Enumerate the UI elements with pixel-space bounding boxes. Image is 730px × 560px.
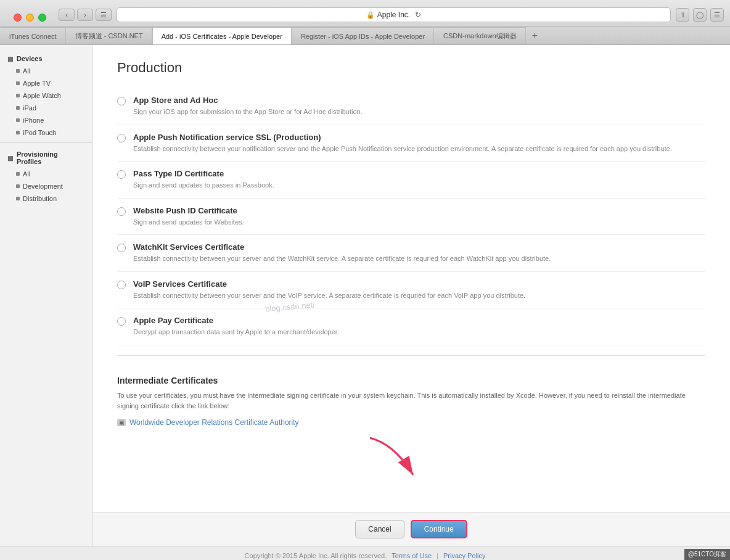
dot-icon	[16, 106, 20, 110]
sidebar-devices-header: ▩ Devices	[0, 51, 92, 65]
cert-label-voip: VoIP Services Certificate	[133, 279, 525, 289]
radio-watchkit[interactable]	[117, 244, 126, 252]
minimize-button[interactable]	[26, 14, 34, 22]
privacy-link[interactable]: Privacy Policy	[443, 552, 485, 559]
browser-toolbar: ‹ › ☰ 🔒 Apple Inc. ↻ ⇧ ◯ ☰	[0, 5, 730, 26]
browser-actions: ⇧ ◯ ☰	[676, 8, 724, 22]
sidebar-item-all-devices[interactable]: All	[0, 65, 92, 77]
maximize-button[interactable]	[38, 14, 46, 22]
sidebar-divider	[0, 142, 92, 143]
cert-label-website-push: Website Push ID Certificate	[133, 206, 244, 215]
cert-desc-voip: Establish connectivity between your serv…	[133, 290, 525, 301]
radio-app-store[interactable]	[117, 97, 126, 105]
share-button[interactable]: ⇧	[676, 8, 689, 22]
cert-desc-apple-pay: Decrypt app transaction data sent by App…	[133, 327, 339, 337]
intermediate-desc: To use your certificates, you must have …	[117, 390, 705, 412]
cert-option-voip: VoIP Services Certificate Establish conn…	[117, 272, 705, 309]
close-button[interactable]	[14, 14, 22, 22]
tabs-bar: iTunes Connect 博客频道 - CSDN.NET Add - iOS…	[0, 27, 730, 45]
tab-itunes[interactable]: iTunes Connect	[0, 27, 66, 44]
copyright-text: Copyright © 2015 Apple Inc. All rights r…	[245, 552, 387, 559]
section-divider	[117, 355, 705, 356]
sidebar-item-iphone[interactable]: iPhone	[0, 114, 92, 126]
sidebar-item-distribution[interactable]: Distribution	[0, 192, 92, 205]
nav-controls: ‹ › ☰	[59, 9, 112, 21]
dot-icon	[16, 69, 20, 73]
cert-label-apple-pay: Apple Pay Certificate	[133, 316, 339, 325]
cert-file-icon: ▣	[117, 419, 126, 426]
radio-apple-pay[interactable]	[117, 317, 126, 326]
sidebar-item-apple-tv[interactable]: Apple TV	[0, 77, 92, 89]
continue-button[interactable]: Continue	[411, 520, 467, 538]
cert-desc-watchkit: Establish connectivity between your serv…	[133, 253, 551, 264]
cert-label-push-ssl: Apple Push Notification service SSL (Pro…	[133, 133, 672, 142]
cert-desc-push-ssl: Establish connectivity between your noti…	[133, 144, 672, 154]
sidebar-toggle-button[interactable]: ☰	[710, 8, 724, 22]
sidebar-item-ipad[interactable]: iPad	[0, 102, 92, 114]
sidebar-item-apple-watch[interactable]: Apple Watch	[0, 89, 92, 102]
cert-option-apple-pay: Apple Pay Certificate Decrypt app transa…	[117, 308, 705, 345]
url-text: Apple Inc.	[377, 10, 410, 19]
sidebar: ▩ Devices All Apple TV Apple Watch iPad …	[0, 45, 92, 546]
cancel-button[interactable]: Cancel	[355, 520, 404, 538]
intermediate-title: Intermediate Certificates	[117, 376, 705, 385]
radio-website-push[interactable]	[117, 207, 126, 216]
browser-chrome: ‹ › ☰ 🔒 Apple Inc. ↻ ⇧ ◯ ☰	[0, 0, 730, 27]
section-title: Production	[117, 60, 705, 76]
content-footer: Cancel Continue	[92, 512, 730, 546]
cert-option-app-store: App Store and Ad Hoc Sign your iOS app f…	[117, 88, 705, 125]
reload-icon[interactable]: ↻	[415, 10, 421, 19]
cert-option-website-push: Website Push ID Certificate Sign and sen…	[117, 199, 705, 236]
page-footer: Copyright © 2015 Apple Inc. All rights r…	[0, 546, 730, 560]
radio-voip[interactable]	[117, 281, 126, 289]
content-scroll: Production App Store and Ad Hoc Sign you…	[92, 45, 730, 512]
add-bookmark-button[interactable]: ◯	[693, 8, 707, 22]
dot-icon	[16, 94, 20, 97]
sidebar-item-development[interactable]: Development	[0, 180, 92, 192]
intermediate-section: Intermediate Certificates To use your ce…	[117, 366, 705, 432]
traffic-lights	[6, 9, 54, 22]
tab-csdn-md[interactable]: CSDN-markdown编辑器	[434, 27, 526, 44]
sidebar-item-ipod-touch[interactable]: iPod Touch	[0, 126, 92, 139]
tab-register-ios[interactable]: Register - iOS App IDs - Apple Developer	[292, 27, 434, 44]
footer-divider: |	[437, 552, 438, 559]
tab-add-button[interactable]: +	[526, 27, 544, 44]
content-pane: Production App Store and Ad Hoc Sign you…	[92, 45, 730, 546]
cert-label-app-store: App Store and Ad Hoc	[133, 96, 363, 105]
cert-authority-link[interactable]: ▣ Worldwide Developer Relations Certific…	[117, 418, 705, 427]
main-area: ▩ Devices All Apple TV Apple Watch iPad …	[0, 45, 730, 546]
url-bar[interactable]: 🔒 Apple Inc. ↻	[117, 7, 671, 22]
cert-label-pass-type: Pass Type ID Certificate	[133, 169, 274, 178]
dot-icon	[16, 131, 20, 134]
radio-pass-type[interactable]	[117, 170, 126, 179]
bottom-tag: @51CTO湃客	[684, 549, 730, 560]
dot-icon	[16, 118, 20, 122]
sidebar-provisioning-header: ▩ Provisioning Profiles	[0, 147, 92, 168]
sidebar-item-all-profiles[interactable]: All	[0, 168, 92, 180]
cert-label-watchkit: WatchKit Services Certificate	[133, 242, 551, 252]
terms-link[interactable]: Terms of Use	[392, 552, 432, 559]
cert-desc-website-push: Sign and send updates for Websites.	[133, 217, 244, 228]
reading-list-button[interactable]: ☰	[96, 9, 112, 21]
dot-icon	[16, 172, 20, 176]
devices-icon: ▩	[7, 56, 13, 62]
tab-csdn[interactable]: 博客频道 - CSDN.NET	[66, 27, 152, 44]
forward-button[interactable]: ›	[77, 9, 93, 21]
tab-add-ios[interactable]: Add - iOS Certificates - Apple Developer	[152, 27, 292, 45]
back-button[interactable]: ‹	[59, 9, 75, 21]
dot-icon	[16, 197, 20, 200]
dot-icon	[16, 81, 20, 85]
cert-option-watchkit: WatchKit Services Certificate Establish …	[117, 235, 705, 272]
dot-icon	[16, 184, 20, 188]
cert-desc-pass-type: Sign and send updates to passes in Passb…	[133, 180, 274, 191]
lock-icon: 🔒	[366, 11, 375, 19]
cert-desc-app-store: Sign your iOS app for submission to the …	[133, 107, 363, 117]
cert-option-pass-type: Pass Type ID Certificate Sign and send u…	[117, 162, 705, 199]
radio-push-ssl[interactable]	[117, 134, 126, 142]
cert-option-push-ssl: Apple Push Notification service SSL (Pro…	[117, 125, 705, 162]
provisioning-icon: ▩	[7, 155, 13, 162]
